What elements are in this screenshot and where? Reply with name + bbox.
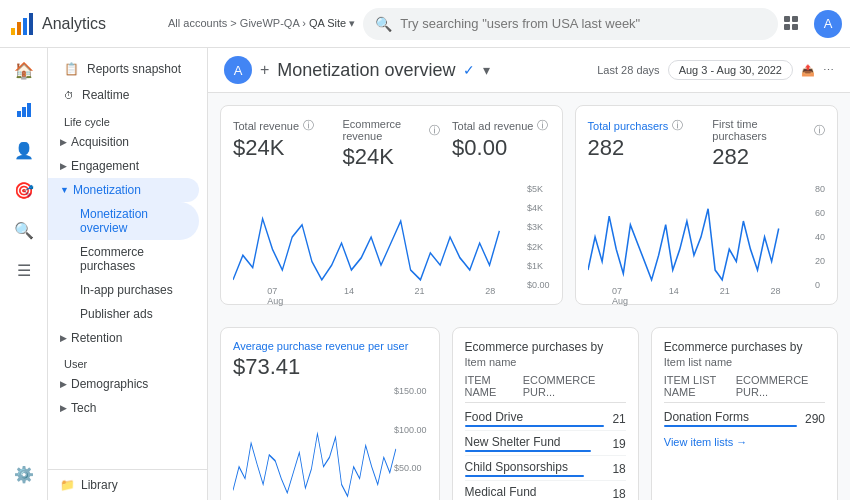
search-bar[interactable]: 🔍 <box>363 8 778 40</box>
expand-icon-monetization: ▼ <box>60 185 69 195</box>
svg-rect-2 <box>23 18 27 35</box>
bar-chart-icon[interactable] <box>6 92 42 128</box>
sidebar-item-monetization-overview[interactable]: Monetization overview <box>48 202 199 240</box>
total-revenue-info-icon[interactable]: ⓘ <box>303 118 314 133</box>
sidebar-item-in-app-purchases[interactable]: In-app purchases <box>48 278 199 302</box>
svg-rect-8 <box>17 111 21 117</box>
share-icon[interactable]: 📤 <box>801 64 815 77</box>
lifecycle-section-label: Life cycle <box>48 108 207 130</box>
apps-grid-icon[interactable] <box>778 10 806 38</box>
realtime-icon: ⏱ <box>64 90 74 101</box>
ecommerce-item-list-list: Donation Forms 290 <box>664 407 825 430</box>
total-revenue-label: Total revenue ⓘ <box>233 118 331 133</box>
sidebar-item-reports-snapshot[interactable]: 📋 Reports snapshot <box>48 56 199 82</box>
ecommerce-by-item-list-card: Ecommerce purchases by Item list name IT… <box>651 327 838 500</box>
sidebar-item-monetization[interactable]: ▼ Monetization <box>48 178 199 202</box>
page-title: Monetization overview <box>277 60 455 81</box>
ecommerce-by-item-subtitle: Item name <box>465 356 626 368</box>
expand-icon-retention: ▶ <box>60 333 67 343</box>
date-range-picker[interactable]: Aug 3 - Aug 30, 2022 <box>668 60 793 80</box>
expand-icon-acquisition: ▶ <box>60 137 67 147</box>
revenue-chart <box>233 182 502 292</box>
svg-rect-10 <box>27 103 31 117</box>
ecommerce-revenue-value: $24K <box>343 144 441 170</box>
svg-rect-3 <box>29 13 33 35</box>
first-time-purchasers-info-icon[interactable]: ⓘ <box>814 123 825 138</box>
table-row: Medical Fund 18 <box>465 482 626 500</box>
avg-purchase-label: Average purchase revenue per user <box>233 340 427 352</box>
average-purchase-card: Average purchase revenue per user $73.41… <box>220 327 440 500</box>
svg-rect-7 <box>792 24 798 30</box>
svg-rect-6 <box>784 24 790 30</box>
svg-rect-4 <box>784 16 790 22</box>
library-icon: 📁 <box>60 478 75 492</box>
reports-icon: 📋 <box>64 62 79 76</box>
sidebar-item-demographics[interactable]: ▶ Demographics <box>48 372 199 396</box>
main-layout: 🏠 👤 🎯 🔍 ☰ ⚙️ 📋 Reports snapshot ⏱ Realti… <box>0 48 850 500</box>
ecommerce-revenue-label: Ecommerce revenue ⓘ <box>343 118 441 142</box>
target-icon[interactable]: 🎯 <box>6 172 42 208</box>
first-time-purchasers-value: 282 <box>712 144 825 170</box>
expand-icon-demographics: ▶ <box>60 379 67 389</box>
person-icon[interactable]: 👤 <box>6 132 42 168</box>
sidebar-item-acquisition[interactable]: ▶ Acquisition <box>48 130 199 154</box>
top-right-actions: A <box>778 10 842 38</box>
ecommerce-item-table-header: ITEM NAME ECOMMERCE PUR... <box>465 374 626 403</box>
logo-area: Analytics <box>8 10 168 38</box>
account-nav: All accounts > GiveWP-QA › QA Site ▾ <box>168 17 355 30</box>
total-purchasers-info-icon[interactable]: ⓘ <box>672 118 683 133</box>
ad-revenue-value: $0.00 <box>452 135 550 161</box>
ad-revenue-label: Total ad revenue ⓘ <box>452 118 550 133</box>
search-icon: 🔍 <box>375 16 392 32</box>
ecommerce-by-item-list-title: Ecommerce purchases by <box>664 340 825 354</box>
sidebar-item-publisher-ads[interactable]: Publisher ads <box>48 302 199 326</box>
ad-revenue-info-icon[interactable]: ⓘ <box>537 118 548 133</box>
svg-rect-0 <box>11 28 15 35</box>
search-nav-icon[interactable]: 🔍 <box>6 212 42 248</box>
app-title: Analytics <box>42 15 106 33</box>
add-icon[interactable]: + <box>260 61 269 79</box>
analytics-logo-icon <box>8 10 36 38</box>
total-purchasers-label: Total purchasers ⓘ <box>588 118 701 133</box>
page-header: A + Monetization overview ✓ ▾ Last 28 da… <box>208 48 850 93</box>
content-area: A + Monetization overview ✓ ▾ Last 28 da… <box>208 48 850 500</box>
ecommerce-revenue-info-icon[interactable]: ⓘ <box>429 123 440 138</box>
home-icon[interactable]: 🏠 <box>6 52 42 88</box>
library-nav-item[interactable]: 📁 Library <box>48 469 207 500</box>
user-section-label: User <box>48 350 207 372</box>
date-range-label: Last 28 days <box>597 64 659 76</box>
expand-icon-engagement: ▶ <box>60 161 67 171</box>
first-time-purchasers-label: First time purchasers ⓘ <box>712 118 825 142</box>
avg-purchase-value: $73.41 <box>233 354 427 380</box>
verified-icon: ✓ <box>463 62 475 78</box>
ecommerce-item-list-table-header: ITEM LIST NAME ECOMMERCE PUR... <box>664 374 825 403</box>
sidebar-item-tech[interactable]: ▶ Tech <box>48 396 199 420</box>
top-metrics-row: Total revenue ⓘ $24K Ecommerce revenue ⓘ… <box>208 93 850 311</box>
svg-rect-9 <box>22 107 26 117</box>
page-avatar: A <box>224 56 252 84</box>
table-row: Donation Forms 290 <box>664 407 825 430</box>
sidebar-item-ecommerce-purchases[interactable]: Ecommerce purchases <box>48 240 199 278</box>
purchasers-card: Total purchasers ⓘ 282 First time purcha… <box>575 105 838 305</box>
svg-rect-5 <box>792 16 798 22</box>
settings-icon[interactable]: ⚙️ <box>6 456 42 492</box>
top-header: Analytics All accounts > GiveWP-QA › QA … <box>0 0 850 48</box>
icon-sidebar: 🏠 👤 🎯 🔍 ☰ ⚙️ <box>0 48 48 500</box>
user-avatar[interactable]: A <box>814 10 842 38</box>
more-options-icon[interactable]: ⋯ <box>823 64 834 77</box>
table-row: Food Drive 21 <box>465 407 626 431</box>
list-icon[interactable]: ☰ <box>6 252 42 288</box>
sidebar-item-engagement[interactable]: ▶ Engagement <box>48 154 199 178</box>
page-options-icon[interactable]: ▾ <box>483 62 490 78</box>
search-input[interactable] <box>400 16 766 31</box>
ecommerce-by-item-title: Ecommerce purchases by <box>465 340 626 354</box>
svg-rect-1 <box>17 22 21 35</box>
table-row: Child Sponsorships 18 <box>465 457 626 481</box>
total-purchasers-value: 282 <box>588 135 701 161</box>
avg-purchase-chart <box>233 384 397 500</box>
left-nav: 📋 Reports snapshot ⏱ Realtime Life cycle… <box>48 48 208 500</box>
sidebar-item-retention[interactable]: ▶ Retention <box>48 326 199 350</box>
sidebar-item-realtime[interactable]: ⏱ Realtime <box>48 82 199 108</box>
view-item-lists-link[interactable]: View item lists → <box>664 436 825 448</box>
bottom-section: Average purchase revenue per user $73.41… <box>208 311 850 500</box>
